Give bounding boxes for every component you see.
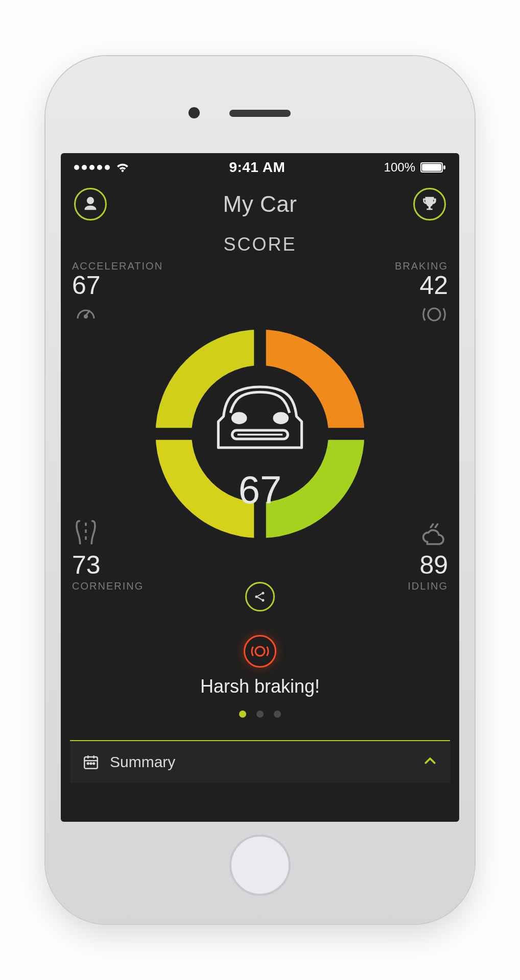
main-content: SCORE [61,227,459,822]
speedometer-icon [72,302,159,329]
metric-value: 73 [72,552,159,579]
metric-label: IDLING [361,580,448,592]
svg-point-20 [90,763,92,764]
metric-value: 67 [72,272,159,299]
svg-point-19 [87,763,89,764]
app-screen: 9:41 AM 100% My Car SCORE [61,153,459,822]
metric-value: 42 [361,272,448,299]
road-icon [72,519,159,549]
svg-point-9 [273,412,289,424]
alert-block[interactable]: Harsh braking! [61,635,459,697]
alert-brake-icon [244,635,276,668]
summary-label: Summary [110,753,175,771]
summary-drawer[interactable]: Summary [70,740,450,783]
overall-score: 67 [239,467,282,511]
pager-dot[interactable] [256,710,264,718]
nav-bar: My Car [61,182,459,227]
svg-rect-1 [422,164,441,171]
car-icon [206,370,314,456]
smoke-icon [361,521,448,549]
trophy-button[interactable] [413,188,446,220]
score-label: SCORE [61,234,459,255]
phone-speaker [229,110,291,117]
calendar-icon [82,753,100,771]
metric-value: 89 [361,552,448,579]
score-gauge[interactable]: 67 ACCELERATION 67 BRAKING 42 [61,260,459,607]
status-bar: 9:41 AM 100% [61,153,459,182]
person-icon [82,195,99,213]
svg-point-17 [255,647,265,656]
metric-idling[interactable]: 89 IDLING [361,521,448,593]
signal-dots-icon [74,165,110,170]
status-time: 9:41 AM [229,159,285,176]
pager-dot[interactable] [274,710,281,718]
metric-label: BRAKING [361,260,448,272]
share-icon [253,590,267,604]
share-button[interactable] [245,582,275,611]
metric-label: ACCELERATION [72,260,159,272]
wifi-icon [115,162,130,173]
page-indicator[interactable] [61,710,459,720]
metric-label: CORNERING [72,580,159,592]
svg-point-21 [93,763,94,764]
svg-point-14 [255,595,257,598]
home-button[interactable] [229,835,291,896]
phone-frame: 9:41 AM 100% My Car SCORE [45,56,475,924]
battery-icon [420,162,446,173]
phone-camera [188,107,200,118]
pager-dot[interactable] [239,710,246,718]
brake-icon [361,302,448,327]
metric-acceleration[interactable]: ACCELERATION 67 [72,260,159,329]
svg-point-13 [428,308,440,321]
status-battery-pct: 100% [384,160,415,175]
svg-point-12 [84,315,87,317]
page-title: My Car [223,191,297,217]
trophy-icon [421,195,438,213]
svg-point-16 [262,599,264,601]
svg-point-8 [231,412,247,424]
alert-text: Harsh braking! [61,676,459,697]
chevron-up-icon [422,753,438,771]
metric-cornering[interactable]: 73 CORNERING [72,519,159,593]
profile-button[interactable] [74,188,107,220]
metric-braking[interactable]: BRAKING 42 [361,260,448,327]
svg-point-15 [262,592,264,594]
svg-rect-2 [443,165,445,169]
